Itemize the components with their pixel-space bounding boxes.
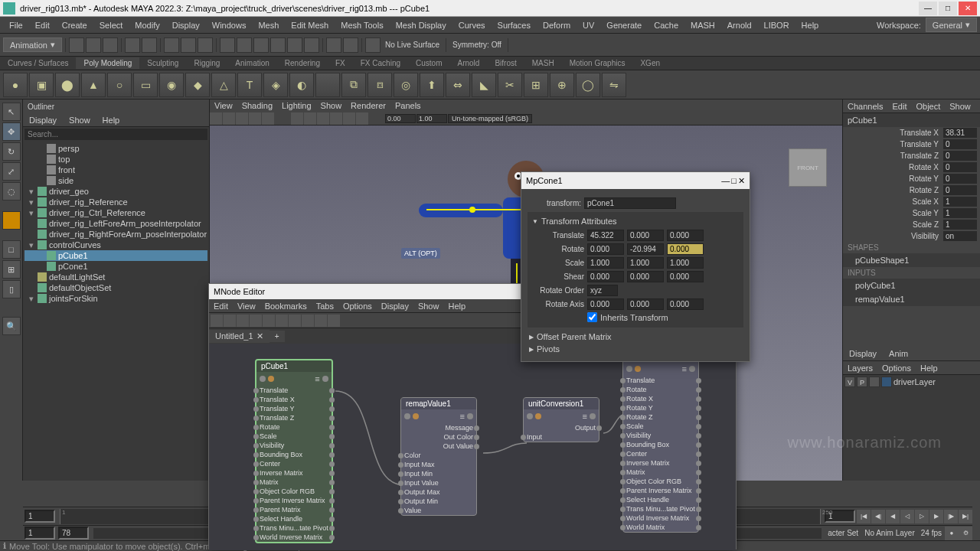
vp-colorspace-select[interactable]: Un-tone-mapped (sRGB) — [448, 114, 532, 123]
cb-attr-input[interactable] — [943, 139, 977, 149]
play-back-icon[interactable]: ◁ — [900, 510, 914, 523]
outliner-item[interactable]: ▾driver_rig_Ctrl_Reference — [24, 207, 207, 218]
rotate-axis-x[interactable] — [587, 298, 624, 310]
poly-torus-icon[interactable]: ○ — [107, 73, 132, 97]
new-scene-icon[interactable] — [69, 37, 84, 53]
outliner-item[interactable]: pCube1 — [24, 250, 207, 261]
cb-node-name[interactable]: pCube1 — [843, 113, 980, 127]
vp-bookmark-icon[interactable] — [249, 112, 261, 125]
rotate-axis-z[interactable] — [667, 298, 704, 310]
target-weld-icon[interactable]: ⊕ — [550, 73, 574, 97]
poly-svg-icon[interactable]: ◈ — [263, 73, 288, 97]
transform-node-input[interactable] — [584, 197, 676, 209]
vp-panels[interactable]: Panels — [390, 101, 426, 110]
extrude-icon[interactable]: ⬆ — [420, 73, 444, 97]
offset-parent-section[interactable]: Offset Parent Matrix — [528, 331, 743, 343]
graph-node[interactable]: remapValue1≡MessageOut ColorOut ValueCol… — [400, 397, 477, 516]
menu-display[interactable]: Display — [166, 21, 206, 30]
snap-grid-icon[interactable] — [220, 37, 235, 53]
menu-mesh-display[interactable]: Mesh Display — [390, 21, 452, 30]
rotate-tool-icon[interactable]: ↻ — [2, 142, 21, 161]
vp-isolate-icon[interactable] — [291, 112, 303, 125]
shelf-tab-fx[interactable]: FX — [328, 57, 353, 69]
layer-row[interactable]: V P driverLayer — [843, 375, 980, 389]
ne-tab-close-icon[interactable]: ✕ — [256, 331, 263, 341]
layers-help[interactable]: Help — [916, 364, 942, 373]
vp-exposure-input[interactable] — [385, 114, 416, 123]
input-node-0[interactable]: polyCube1 — [843, 279, 980, 292]
menu-cache[interactable]: Cache — [648, 21, 684, 30]
menu-arnold[interactable]: Arnold — [721, 21, 758, 30]
mirror-icon[interactable]: ⇋ — [602, 73, 626, 97]
rotate-order-select[interactable]: xyz — [587, 285, 618, 296]
shelf-tab-fxcache[interactable]: FX Caching — [353, 57, 408, 69]
smooth-icon[interactable]: ◯ — [576, 73, 600, 97]
outliner-item[interactable]: ▾driver_geo — [24, 186, 207, 197]
attr-close-icon[interactable]: ✕ — [738, 176, 745, 186]
cb-attr-input[interactable] — [943, 174, 977, 184]
menu-mesh[interactable]: Mesh — [252, 21, 285, 30]
fps-display[interactable]: 24 fps — [918, 529, 945, 537]
symmetry-label[interactable]: Symmetry: Off — [449, 41, 505, 49]
cb-attr-input[interactable] — [943, 151, 977, 161]
outliner-item[interactable]: ▾driver_rig_Reference — [24, 197, 207, 207]
poly-cube-icon[interactable]: ▣ — [29, 73, 54, 97]
render-icon[interactable] — [343, 37, 358, 53]
attr-shear-2[interactable] — [667, 271, 704, 282]
poly-platonic-icon[interactable]: ◆ — [185, 73, 210, 97]
shelf-tab-render[interactable]: Rendering — [277, 57, 328, 69]
vp-view[interactable]: View — [210, 101, 237, 110]
attr-translate-0[interactable] — [587, 230, 624, 241]
menu-libor[interactable]: LIBOR — [758, 21, 795, 30]
attr-max-icon[interactable]: □ — [731, 176, 737, 186]
attr-scale-1[interactable] — [627, 257, 664, 269]
bridge-icon[interactable]: ⇔ — [446, 73, 470, 97]
layer-playback-toggle[interactable]: P — [857, 377, 867, 387]
graph-node[interactable]: pCone1≡TranslateRotate Rotate X Rotate Y… — [622, 350, 699, 533]
lock-icon[interactable] — [326, 37, 341, 53]
poly-pyramid-icon[interactable]: △ — [211, 73, 236, 97]
shelf-tab-rigging[interactable]: Rigging — [186, 57, 227, 69]
poly-cylinder-icon[interactable]: ⬤ — [55, 73, 80, 97]
ne-input-icon[interactable] — [211, 315, 223, 327]
outliner-item[interactable]: ▾controlCurves — [24, 240, 207, 250]
cb-attr-input[interactable] — [943, 208, 977, 218]
vp-camera-icon[interactable] — [236, 112, 248, 125]
ne-zoom-icon[interactable] — [328, 315, 340, 327]
menu-edit-mesh[interactable]: Edit Mesh — [285, 21, 335, 30]
ne-view[interactable]: View — [233, 302, 260, 311]
vp-shaded-icon[interactable] — [330, 112, 342, 125]
shelf-tab-curves[interactable]: Curves / Surfaces — [0, 57, 76, 69]
menu-help[interactable]: Help — [795, 21, 825, 30]
outliner-item[interactable]: persp — [24, 143, 207, 154]
ne-sync-icon[interactable] — [302, 315, 314, 327]
ne-layout-icon[interactable] — [289, 315, 301, 327]
layout-four-icon[interactable]: ⊞ — [2, 260, 21, 279]
maximize-button[interactable]: □ — [939, 2, 957, 15]
insert-edge-icon[interactable]: ⊞ — [524, 73, 548, 97]
vp-xray-icon[interactable] — [304, 112, 316, 125]
ne-output-icon[interactable] — [224, 315, 236, 327]
vp-wireframe-icon[interactable] — [317, 112, 329, 125]
boolean-icon[interactable]: ◎ — [394, 73, 418, 97]
layer-type-toggle[interactable] — [869, 377, 880, 387]
cb-attr-input[interactable] — [943, 162, 977, 172]
ne-both-icon[interactable] — [237, 315, 249, 327]
attr-scale-0[interactable] — [587, 257, 624, 269]
undo-icon[interactable] — [125, 37, 140, 53]
cb-channels[interactable]: Channels — [843, 102, 887, 111]
close-button[interactable]: ✕ — [959, 2, 977, 15]
lasso-tool-icon[interactable]: ◌ — [2, 182, 21, 201]
shelf-tab-xgen[interactable]: XGen — [632, 57, 668, 69]
goto-end-icon[interactable]: ▶| — [959, 510, 972, 523]
workspace-dropdown[interactable]: General ▾ — [926, 18, 977, 32]
transform-attrs-section[interactable]: Transform Attributes — [531, 215, 740, 227]
minimize-button[interactable]: — — [919, 2, 937, 15]
node-editor-canvas[interactable]: pCube1≡Translate Translate X Translate Y… — [209, 344, 736, 550]
ne-display[interactable]: Display — [377, 302, 413, 311]
vp-image-plane-icon[interactable] — [223, 112, 235, 125]
attr-scale-2[interactable] — [667, 257, 704, 269]
shelf-tab-poly[interactable]: Poly Modeling — [76, 57, 139, 69]
layer-tab-display[interactable]: Display — [843, 347, 883, 360]
snap-plane-icon[interactable] — [270, 37, 286, 53]
